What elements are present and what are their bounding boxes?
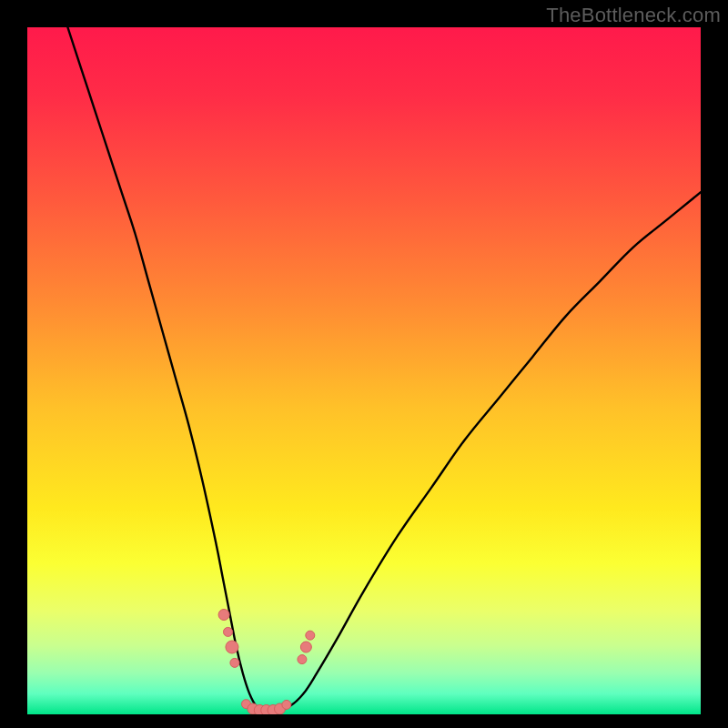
curve-marker: [226, 641, 238, 653]
curve-marker: [230, 658, 239, 667]
curve-marker: [306, 631, 315, 640]
gradient-background: [27, 27, 701, 714]
curve-marker: [300, 642, 311, 652]
plot-area: [27, 27, 701, 714]
watermark-text: TheBottleneck.com: [546, 4, 721, 27]
bottleneck-chart: [27, 27, 701, 714]
curve-marker: [298, 655, 307, 664]
curve-marker: [224, 627, 233, 636]
curve-marker: [282, 700, 291, 709]
curve-marker: [218, 610, 229, 621]
chart-frame: TheBottleneck.com: [0, 0, 728, 728]
